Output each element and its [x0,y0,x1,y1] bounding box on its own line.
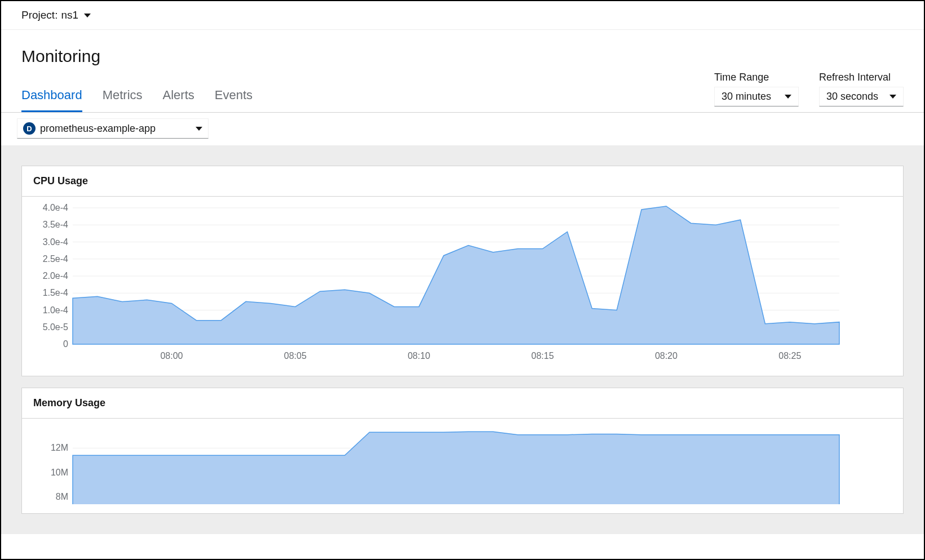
page-title: Monitoring [1,30,924,72]
tab-metrics[interactable]: Metrics [103,78,143,112]
refresh-interval-label: Refresh Interval [819,72,904,83]
dashboard-area: CPU Usage 05.0e-51.0e-41.5e-42.0e-42.5e-… [1,145,924,534]
svg-text:08:00: 08:00 [160,351,183,361]
svg-text:3.0e-4: 3.0e-4 [43,237,68,247]
refresh-interval-select[interactable]: 30 seconds [819,87,904,106]
svg-text:12M: 12M [51,443,68,452]
memory-usage-title: Memory Usage [22,388,903,419]
svg-text:3.5e-4: 3.5e-4 [43,220,68,229]
project-name: ns1 [61,9,78,21]
time-range-select[interactable]: 30 minutes [714,87,799,106]
svg-text:08:05: 08:05 [284,351,307,361]
cpu-usage-title: CPU Usage [22,166,903,197]
svg-text:10M: 10M [51,468,68,477]
cpu-usage-card: CPU Usage 05.0e-51.0e-41.5e-42.0e-42.5e-… [21,166,904,376]
time-range-value: 30 minutes [722,91,771,103]
memory-usage-card: Memory Usage 6M8M10M12M [21,388,904,514]
memory-usage-chart: 6M8M10M12M [33,425,845,504]
svg-text:0: 0 [63,339,68,349]
svg-text:08:20: 08:20 [655,351,678,361]
caret-down-icon [196,127,202,131]
svg-text:08:10: 08:10 [408,351,430,361]
svg-text:08:15: 08:15 [532,351,554,361]
tabs: Dashboard Metrics Alerts Events [21,78,253,112]
svg-text:4.0e-4: 4.0e-4 [43,203,68,212]
svg-text:2.0e-4: 2.0e-4 [43,271,68,281]
time-range-label: Time Range [714,72,799,83]
tab-events[interactable]: Events [215,78,253,112]
refresh-interval-value: 30 seconds [826,91,878,103]
tab-dashboard[interactable]: Dashboard [21,78,82,112]
svg-text:1.0e-4: 1.0e-4 [43,305,68,315]
project-selector[interactable]: Project: ns1 [1,1,924,30]
svg-text:2.5e-4: 2.5e-4 [43,254,68,264]
workload-badge-icon: D [23,122,36,135]
tab-alerts[interactable]: Alerts [163,78,194,112]
cpu-usage-chart: 05.0e-51.0e-41.5e-42.0e-42.5e-43.0e-43.5… [33,203,845,367]
workload-name: prometheus-example-app [40,123,156,135]
svg-text:1.5e-4: 1.5e-4 [43,288,68,297]
svg-text:5.0e-5: 5.0e-5 [43,322,68,332]
caret-down-icon [785,95,791,99]
caret-down-icon [84,14,91,17]
svg-text:8M: 8M [56,492,68,501]
caret-down-icon [889,95,896,99]
workload-select[interactable]: D prometheus-example-app [17,118,209,139]
svg-text:08:25: 08:25 [778,351,801,361]
project-label-prefix: Project: [21,9,57,21]
